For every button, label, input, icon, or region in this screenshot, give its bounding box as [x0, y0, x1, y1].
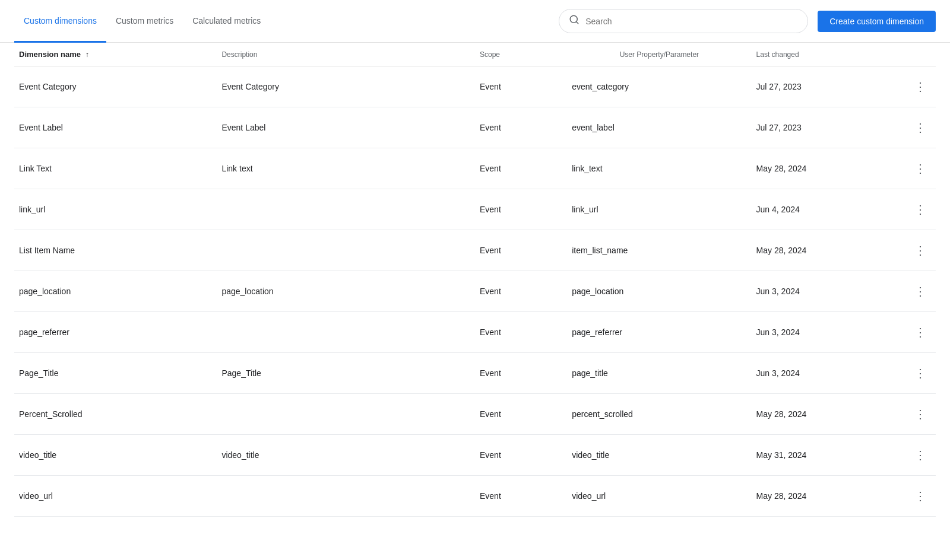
tab-custom-metrics[interactable]: Custom metrics	[106, 1, 183, 43]
col-header-name[interactable]: Dimension name ↑	[14, 43, 217, 66]
table-row: Percent_ScrolledEventpercent_scrolledMay…	[14, 394, 936, 435]
cell-name: page_referrer	[14, 312, 217, 353]
col-header-description: Description	[217, 43, 475, 66]
cell-scope: Event	[475, 312, 567, 353]
more-options-icon[interactable]: ⋮	[904, 323, 931, 342]
more-options-icon[interactable]: ⋮	[904, 159, 931, 178]
cell-description: Event Label	[217, 107, 475, 148]
tab-custom-dimensions[interactable]: Custom dimensions	[14, 1, 106, 43]
cell-name: video_url	[14, 476, 217, 517]
cell-last-changed: Jun 3, 2024	[752, 271, 899, 312]
table-row: video_urlEventvideo_urlMay 28, 2024⋮	[14, 476, 936, 517]
cell-actions: ⋮	[899, 230, 936, 271]
cell-scope: Event	[475, 271, 567, 312]
cell-description	[217, 312, 475, 353]
cell-parameter: event_label	[567, 107, 751, 148]
header: Custom dimensionsCustom metricsCalculate…	[0, 0, 950, 43]
cell-description	[217, 476, 475, 517]
cell-scope: Event	[475, 189, 567, 230]
cell-actions: ⋮	[899, 394, 936, 435]
cell-name: Event Label	[14, 107, 217, 148]
cell-parameter: page_title	[567, 353, 751, 394]
cell-description: Page_Title	[217, 353, 475, 394]
more-options-icon[interactable]: ⋮	[904, 486, 931, 505]
more-options-icon[interactable]: ⋮	[904, 200, 931, 219]
col-header-last-changed: Last changed	[752, 43, 899, 66]
search-area	[559, 9, 808, 33]
cell-last-changed: May 28, 2024	[752, 476, 899, 517]
cell-scope: Event	[475, 435, 567, 476]
cell-actions: ⋮	[899, 271, 936, 312]
table-row: Event CategoryEvent CategoryEventevent_c…	[14, 66, 936, 107]
more-options-icon[interactable]: ⋮	[904, 446, 931, 464]
cell-name: page_location	[14, 271, 217, 312]
cell-scope: Event	[475, 148, 567, 189]
more-options-icon[interactable]: ⋮	[904, 241, 931, 260]
cell-parameter: item_list_name	[567, 230, 751, 271]
dimensions-table: Dimension name ↑ Description Scope User …	[14, 43, 936, 517]
cell-last-changed: May 28, 2024	[752, 230, 899, 271]
cell-parameter: percent_scrolled	[567, 394, 751, 435]
cell-parameter: video_url	[567, 476, 751, 517]
more-options-icon[interactable]: ⋮	[904, 282, 931, 301]
cell-description: page_location	[217, 271, 475, 312]
col-header-actions	[899, 43, 936, 66]
cell-actions: ⋮	[899, 66, 936, 107]
table-row: Link TextLink textEventlink_textMay 28, …	[14, 148, 936, 189]
cell-parameter: page_referrer	[567, 312, 751, 353]
more-options-icon[interactable]: ⋮	[904, 118, 931, 137]
table-row: page_locationpage_locationEventpage_loca…	[14, 271, 936, 312]
cell-last-changed: Jun 3, 2024	[752, 312, 899, 353]
table-wrapper: Dimension name ↑ Description Scope User …	[0, 43, 950, 517]
search-input[interactable]	[585, 17, 798, 26]
table-row: link_urlEventlink_urlJun 4, 2024⋮	[14, 189, 936, 230]
cell-scope: Event	[475, 394, 567, 435]
cell-description	[217, 230, 475, 271]
cell-parameter: link_url	[567, 189, 751, 230]
more-options-icon[interactable]: ⋮	[904, 364, 931, 383]
cell-last-changed: May 28, 2024	[752, 394, 899, 435]
svg-line-1	[577, 21, 578, 23]
cell-parameter: video_title	[567, 435, 751, 476]
cell-actions: ⋮	[899, 189, 936, 230]
table-row: List Item NameEventitem_list_nameMay 28,…	[14, 230, 936, 271]
cell-name: link_url	[14, 189, 217, 230]
sort-arrow-icon: ↑	[86, 50, 89, 59]
more-options-icon[interactable]: ⋮	[904, 405, 931, 424]
cell-name: Link Text	[14, 148, 217, 189]
cell-description: Event Category	[217, 66, 475, 107]
table-row: Page_TitlePage_TitleEventpage_titleJun 3…	[14, 353, 936, 394]
search-icon	[569, 14, 580, 28]
cell-scope: Event	[475, 230, 567, 271]
cell-name: Percent_Scrolled	[14, 394, 217, 435]
cell-actions: ⋮	[899, 312, 936, 353]
cell-description	[217, 394, 475, 435]
cell-scope: Event	[475, 66, 567, 107]
cell-parameter: link_text	[567, 148, 751, 189]
table-body: Event CategoryEvent CategoryEventevent_c…	[14, 66, 936, 517]
cell-name: List Item Name	[14, 230, 217, 271]
cell-scope: Event	[475, 476, 567, 517]
cell-actions: ⋮	[899, 435, 936, 476]
cell-last-changed: May 31, 2024	[752, 435, 899, 476]
cell-name: video_title	[14, 435, 217, 476]
cell-description: video_title	[217, 435, 475, 476]
cell-name: Event Category	[14, 66, 217, 107]
col-header-scope: Scope	[475, 43, 567, 66]
cell-actions: ⋮	[899, 148, 936, 189]
create-custom-dimension-button[interactable]: Create custom dimension	[818, 11, 936, 32]
cell-actions: ⋮	[899, 107, 936, 148]
tab-calculated-metrics[interactable]: Calculated metrics	[183, 1, 270, 43]
cell-last-changed: Jul 27, 2023	[752, 107, 899, 148]
tabs-bar: Custom dimensionsCustom metricsCalculate…	[14, 0, 559, 42]
cell-last-changed: May 28, 2024	[752, 148, 899, 189]
cell-last-changed: Jul 27, 2023	[752, 66, 899, 107]
col-header-parameter: User Property/Parameter	[567, 43, 751, 66]
table-header: Dimension name ↑ Description Scope User …	[14, 43, 936, 66]
search-box	[559, 9, 808, 33]
table-row: video_titlevideo_titleEventvideo_titleMa…	[14, 435, 936, 476]
more-options-icon[interactable]: ⋮	[904, 77, 931, 96]
cell-actions: ⋮	[899, 353, 936, 394]
cell-name: Page_Title	[14, 353, 217, 394]
cell-last-changed: Jun 4, 2024	[752, 189, 899, 230]
